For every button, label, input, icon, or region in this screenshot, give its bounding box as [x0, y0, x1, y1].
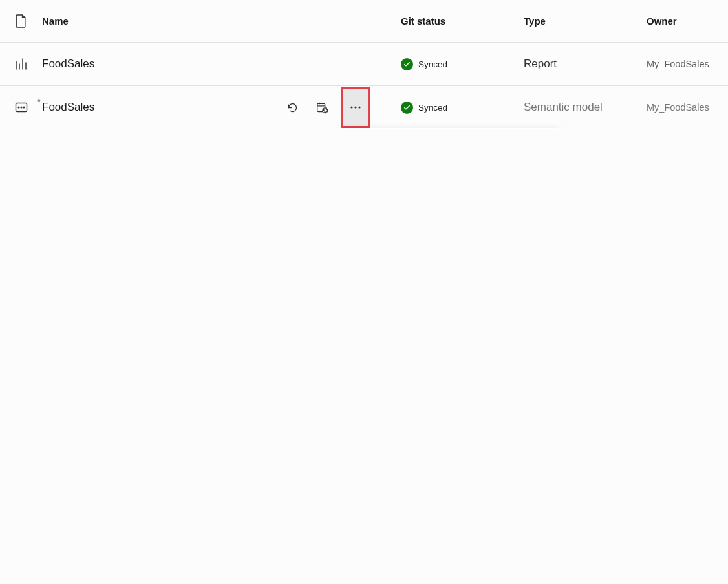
table-row[interactable]: ✦ FoodSales Analyze in Excel Create repo…: [0, 86, 728, 129]
svg-point-7: [23, 107, 25, 108]
report-icon: [0, 58, 42, 70]
synced-check-icon: [401, 58, 413, 70]
svg-point-5: [18, 107, 19, 108]
item-name[interactable]: FoodSales: [42, 101, 94, 113]
item-type: Report: [524, 58, 647, 70]
synced-check-icon: [401, 102, 413, 114]
item-owner[interactable]: My_FoodSales: [647, 102, 715, 113]
git-status-label: Synced: [418, 59, 447, 69]
more-options-button[interactable]: [341, 87, 370, 128]
row-actions: Analyze in Excel Create report Auto-crea…: [282, 87, 370, 128]
header-git-status[interactable]: Git status: [401, 16, 524, 27]
schedule-refresh-button[interactable]: [312, 97, 332, 118]
dataset-icon: [0, 101, 42, 114]
header-type[interactable]: Type: [524, 16, 647, 27]
git-status: Synced: [401, 58, 524, 70]
svg-point-6: [21, 107, 22, 108]
svg-point-15: [358, 106, 360, 108]
header-owner[interactable]: Owner: [647, 16, 715, 27]
item-name[interactable]: FoodSales: [42, 58, 401, 70]
refresh-button[interactable]: [282, 97, 303, 118]
svg-point-14: [354, 106, 356, 108]
git-status-label: Synced: [418, 103, 447, 113]
git-status: Synced: [401, 102, 524, 114]
item-type: Semantic model: [524, 101, 647, 114]
context-menu: Analyze in Excel Create report Auto-crea…: [341, 128, 559, 129]
header-doc-icon: [0, 14, 42, 28]
svg-point-13: [350, 106, 352, 108]
item-owner[interactable]: My_FoodSales: [647, 59, 715, 69]
table-row[interactable]: FoodSales Synced Report My_FoodSales: [0, 43, 728, 85]
list-header: Name Git status Type Owner: [0, 0, 728, 43]
header-name[interactable]: Name: [42, 16, 401, 27]
